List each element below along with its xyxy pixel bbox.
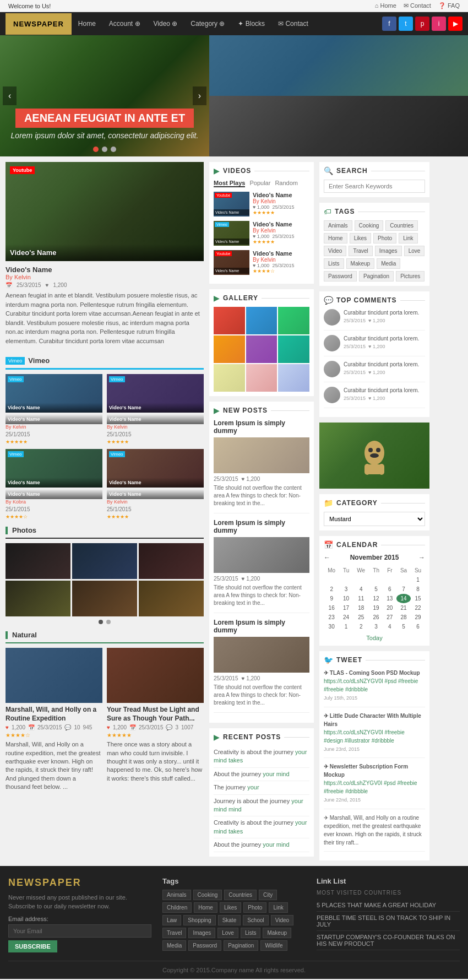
gallery-item-5[interactable]: [246, 335, 277, 363]
tag-photo[interactable]: Photo: [373, 233, 396, 243]
hero-dot-1[interactable]: [93, 147, 99, 152]
cal-day-35[interactable]: 5: [396, 622, 411, 631]
tag-images[interactable]: Images: [375, 246, 402, 256]
video-author[interactable]: By Kelvin: [6, 274, 204, 280]
footer-tag-video[interactable]: Video: [271, 915, 293, 925]
recent-link-2[interactable]: your mind: [263, 771, 289, 777]
nav-home[interactable]: Home: [72, 12, 102, 35]
natural-img-1[interactable]: [6, 648, 102, 703]
tag-lists[interactable]: Lists: [324, 258, 344, 269]
tag-home[interactable]: Home: [324, 233, 347, 243]
photo-item-2[interactable]: [72, 543, 137, 579]
footer-tag-children[interactable]: Children: [162, 902, 192, 913]
footer-tag-pagination[interactable]: Pagination: [224, 940, 258, 951]
cal-day-4[interactable]: 4: [353, 584, 369, 594]
new-post-img-1[interactable]: [214, 437, 309, 473]
cal-cell[interactable]: [383, 575, 396, 584]
recent-link-6[interactable]: your mind: [263, 841, 289, 848]
main-video-thumbnail[interactable]: Youtube Video's Name: [6, 162, 204, 261]
cal-cell[interactable]: [396, 575, 411, 584]
footer-tag-photo[interactable]: Photo: [243, 902, 266, 913]
cal-day-13[interactable]: 13: [383, 594, 396, 603]
nav-account[interactable]: Account ⊕: [102, 12, 147, 35]
cal-day-22[interactable]: 22: [411, 603, 425, 613]
cal-day-11[interactable]: 11: [353, 594, 369, 603]
cal-next-button[interactable]: →: [418, 554, 425, 561]
cal-day-29[interactable]: 29: [411, 613, 425, 622]
cal-day-31[interactable]: 1: [339, 622, 353, 631]
cal-day-21[interactable]: 21: [396, 603, 411, 613]
vimeo-author-3[interactable]: By Kobra: [6, 499, 102, 505]
footer-tag-love[interactable]: Love: [217, 928, 238, 938]
youtube-link[interactable]: ▶: [448, 17, 462, 31]
cal-day-10[interactable]: 10: [339, 594, 353, 603]
footer-tag-shopping[interactable]: Shopping: [183, 915, 215, 925]
cal-day-20[interactable]: 20: [383, 603, 396, 613]
video-item-by-1[interactable]: By Kelvin: [253, 198, 309, 204]
footer-tag-animals[interactable]: Animals: [162, 890, 191, 900]
today-button[interactable]: Today: [324, 635, 425, 641]
instagram-link[interactable]: i: [432, 17, 446, 31]
photo-item-4[interactable]: [6, 581, 70, 616]
footer-tag-countries[interactable]: Countries: [224, 890, 257, 900]
nav-category[interactable]: Category ⊕: [184, 12, 231, 35]
tab-most-plays[interactable]: Most Plays: [214, 180, 245, 187]
cal-day-28[interactable]: 28: [396, 613, 411, 622]
link-list-item-2[interactable]: PEBBLE TIME STEEL IS ON TRACK TO SHIP IN…: [317, 912, 460, 931]
gallery-item-2[interactable]: [246, 307, 277, 334]
recent-link-1[interactable]: your mind takes: [214, 749, 307, 764]
tag-animals[interactable]: Animals: [324, 220, 352, 231]
contact-link[interactable]: ✉ Contact: [404, 2, 431, 9]
video-thumb-1[interactable]: Youtube Video's Name: [214, 192, 249, 216]
home-link[interactable]: ⌂ Home: [375, 2, 396, 9]
nav-brand[interactable]: NEWSPAPER: [6, 13, 72, 35]
footer-email-input[interactable]: [8, 924, 151, 938]
cal-day-12[interactable]: 12: [369, 594, 383, 603]
video-thumb-2[interactable]: Vimeo Video's Name: [214, 221, 249, 246]
link-list-item-3[interactable]: STARTUP COMPANY'S CO-FOUNDER TALKS ON HI…: [317, 931, 460, 950]
tab-popular[interactable]: Popular: [249, 180, 270, 187]
video-item-by-2[interactable]: By Kelvin: [253, 228, 309, 234]
footer-tag-travel[interactable]: Travel: [162, 928, 186, 938]
tag-countries[interactable]: Countries: [385, 220, 418, 231]
recent-link-5[interactable]: your mind takes: [214, 819, 307, 834]
vimeo-thumb-3[interactable]: Vimeo Video's Name: [6, 449, 102, 488]
twitter-link[interactable]: t: [399, 17, 413, 31]
vimeo-thumb-2[interactable]: Vimeo Video's Name: [107, 374, 204, 413]
pinterest-link[interactable]: p: [415, 17, 429, 31]
recent-link-4[interactable]: your mind mind: [214, 798, 303, 813]
cal-day-6[interactable]: 6: [383, 584, 396, 594]
recent-link-3[interactable]: your: [247, 784, 259, 791]
cal-day-16[interactable]: 16: [324, 603, 339, 613]
photo-item-6[interactable]: [139, 581, 204, 616]
photo-item-5[interactable]: [72, 581, 137, 616]
gallery-item-8[interactable]: [246, 364, 277, 392]
cal-day-17[interactable]: 17: [339, 603, 353, 613]
footer-tag-link[interactable]: Link: [269, 902, 287, 913]
cal-day-9[interactable]: 9: [324, 594, 339, 603]
tag-travel[interactable]: Travel: [349, 246, 372, 256]
vimeo-thumb-4[interactable]: Vimeo Video's Name: [107, 449, 204, 488]
tag-password[interactable]: Password: [324, 271, 357, 281]
cal-day-27[interactable]: 27: [383, 613, 396, 622]
cal-day-32[interactable]: 2: [353, 622, 369, 631]
cal-day-8[interactable]: 8: [411, 584, 425, 594]
footer-tag-school[interactable]: School: [243, 915, 269, 925]
photo-item-1[interactable]: [6, 543, 70, 579]
tag-video[interactable]: Video: [324, 246, 346, 256]
cal-day-26[interactable]: 26: [369, 613, 383, 622]
nav-contact[interactable]: ✉ Contact: [271, 12, 315, 35]
cal-prev-button[interactable]: ←: [324, 554, 330, 561]
tag-love[interactable]: Love: [404, 246, 425, 256]
cal-day-25[interactable]: 25: [353, 613, 369, 622]
new-post-img-3[interactable]: [214, 637, 309, 673]
nav-video[interactable]: Video ⊕: [147, 12, 184, 35]
vimeo-author-1[interactable]: By Kelvin: [6, 424, 102, 430]
tag-link[interactable]: Link: [399, 233, 417, 243]
hero-dot-2[interactable]: [102, 147, 107, 152]
footer-tag-lists[interactable]: Lists: [241, 928, 261, 938]
video-item-by-3[interactable]: By Kelvin: [253, 257, 309, 263]
photo-item-3[interactable]: [139, 543, 204, 579]
tweet-link-3[interactable]: https://t.co/dLshZYGV0I #psd #freebie #f…: [324, 780, 417, 794]
gallery-item-9[interactable]: [278, 364, 309, 392]
